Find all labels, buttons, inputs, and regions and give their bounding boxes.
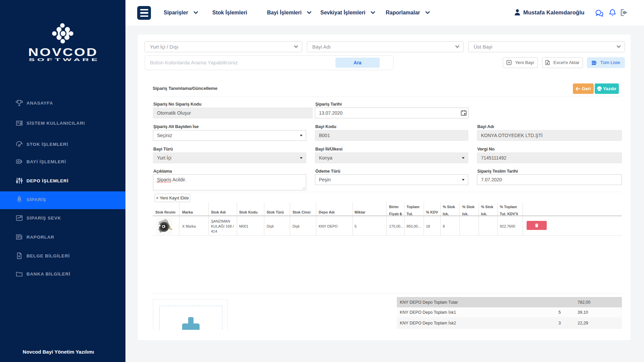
svg-text:S O F T W A R E: S O F T W A R E [29, 58, 98, 62]
svg-text:NOVCOD: NOVCOD [28, 46, 98, 58]
